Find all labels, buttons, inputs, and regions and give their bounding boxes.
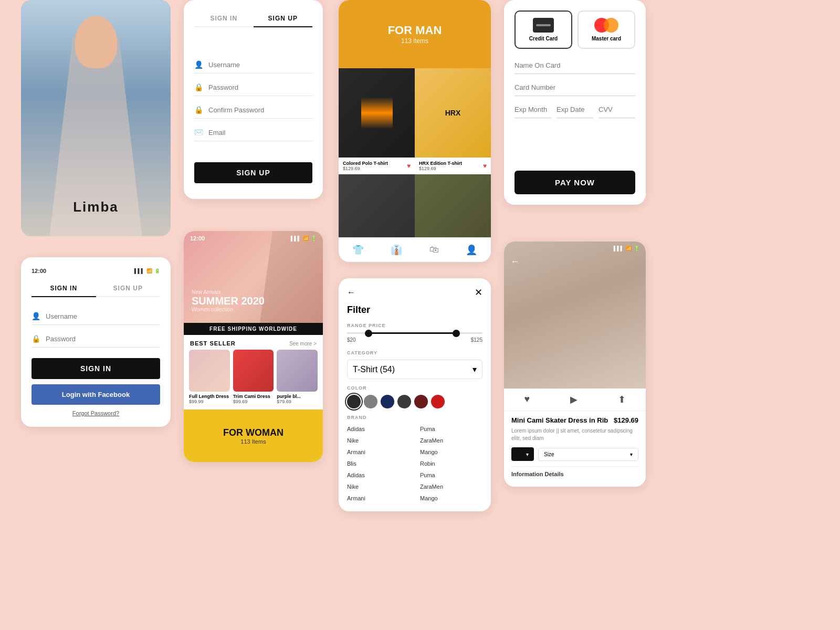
credit-card-option[interactable]: Credit Card <box>514 10 572 49</box>
info-details-label: Information Details <box>511 466 638 481</box>
brand-mango-2[interactable]: Mango <box>420 494 482 503</box>
tab-signup[interactable]: SIGN UP <box>96 280 161 296</box>
for-man-title: FOR MAN <box>388 24 442 37</box>
card-number-input[interactable] <box>514 79 635 96</box>
shirt-image-3 <box>339 174 415 237</box>
signup-password-input[interactable] <box>208 83 312 91</box>
color-dot-navy[interactable] <box>381 395 394 408</box>
size-selector-button[interactable]: Size ▾ <box>538 448 638 461</box>
nav-bag-icon[interactable]: 🛍 <box>429 244 439 256</box>
cvv-input[interactable] <box>598 101 635 118</box>
best-seller-title: BEST SELLER <box>190 340 236 346</box>
mastercard-option[interactable]: Master card <box>578 10 635 49</box>
signal-icon: ▌▌▌ <box>134 268 144 274</box>
nav-profile-icon[interactable]: 👤 <box>466 244 477 256</box>
min-price-label: $20 <box>347 337 356 343</box>
brand-mango-1[interactable]: Mango <box>420 447 482 457</box>
max-price-label: $125 <box>471 337 482 343</box>
color-selector-button[interactable]: ▾ <box>511 447 534 461</box>
brand-adidas-1[interactable]: Adidas <box>347 424 410 434</box>
brand-puma-2[interactable]: Puma <box>420 470 482 480</box>
product-action-row: ♥ ▶ ⬆ <box>504 388 646 411</box>
nav-tshirt-icon[interactable]: 👕 <box>352 244 364 256</box>
color-dot-gray[interactable] <box>364 395 377 408</box>
range-thumb-max[interactable] <box>453 330 460 337</box>
tab-signin-alt[interactable]: SIGN IN <box>194 10 254 26</box>
tab-signin[interactable]: SIGN IN <box>32 280 96 297</box>
shirt-info-2: HRX Edition T-shirt $129.69 ♥ <box>415 158 491 174</box>
brand-armani-2[interactable]: Armani <box>347 494 410 503</box>
color-dot-darkred[interactable] <box>414 395 428 408</box>
filter-close-button[interactable]: ✕ <box>475 287 482 298</box>
shirt-item-4[interactable] <box>415 174 491 237</box>
summer-status-icons: ▌▌▌ 📶 🔋 <box>291 236 317 241</box>
status-bar: 12:00 ▌▌▌ 📶 🔋 <box>32 268 160 274</box>
exp-month-input[interactable] <box>514 101 551 118</box>
see-more-link[interactable]: See more > <box>289 341 317 346</box>
brand-armani-1[interactable]: Armani <box>347 447 410 457</box>
for-woman-banner[interactable]: FOR WOMAN 113 Items <box>184 410 323 462</box>
battery-icon: 🔋 <box>154 268 160 274</box>
product-card-3[interactable]: purple bl... $79.69 <box>277 350 318 404</box>
brand-zaramen-2[interactable]: ZaraMen <box>420 482 482 491</box>
brand-robin[interactable]: Robin <box>420 459 482 468</box>
signup-panel: SIGN IN SIGN UP 👤 🔒 🔒 ✉️ SIGN UP <box>184 0 323 199</box>
summer-battery-icon: 🔋 <box>311 236 317 241</box>
nav-shirt-icon[interactable]: 👔 <box>391 244 402 256</box>
username-input[interactable] <box>46 312 160 320</box>
product-card-1[interactable]: Full Length Dress $99.99 <box>189 350 230 404</box>
color-dot-black[interactable] <box>347 395 361 408</box>
color-dot-red[interactable] <box>431 395 445 408</box>
category-dropdown[interactable]: T-Shirt (54) ▾ <box>347 360 482 379</box>
shirt-name-2: HRX Edition T-shirt <box>419 161 462 166</box>
play-icon[interactable]: ▶ <box>570 394 578 405</box>
formen-items-count: 113 items <box>401 37 428 45</box>
category-section: CATEGORY T-Shirt (54) ▾ <box>347 350 482 379</box>
product-image-1 <box>189 350 230 392</box>
brand-nike-1[interactable]: Nike <box>347 436 410 445</box>
signup-username-input[interactable] <box>208 61 312 69</box>
brand-nike-2[interactable]: Nike <box>347 482 410 491</box>
signup-password-field: 🔒 <box>194 79 312 96</box>
exp-date-input[interactable] <box>556 101 593 118</box>
shirt-image-1 <box>339 68 415 158</box>
shirt-price-2: $129.69 <box>419 166 462 171</box>
email-input[interactable] <box>208 129 312 136</box>
heart-icon-2[interactable]: ♥ <box>483 162 487 170</box>
brand-label: BRAND <box>347 415 482 420</box>
brand-puma-1[interactable]: Puma <box>420 424 482 434</box>
product-card-2[interactable]: Trim Cami Dress $99.69 <box>233 350 274 404</box>
bottom-nav: 👕 👔 🛍 👤 <box>339 237 491 262</box>
formen-panel: FOR MAN 113 items Colored Polo T-shirt $… <box>339 0 491 262</box>
brand-grid: Adidas Puma Nike ZaraMen Armani Mango Bl… <box>347 424 482 503</box>
forgot-password-link[interactable]: Forgot Password? <box>32 410 160 416</box>
shirt-item-3[interactable] <box>339 174 415 237</box>
filter-back-button[interactable]: ← <box>347 288 355 297</box>
range-thumb-min[interactable] <box>365 330 372 337</box>
signup-button[interactable]: SIGN UP <box>194 162 312 183</box>
share-icon[interactable]: ⬆ <box>618 394 626 405</box>
payment-panel: Credit Card Master card PAY NOW <box>504 0 646 205</box>
price-range-slider[interactable] <box>347 332 482 334</box>
color-dots-container <box>347 395 482 408</box>
pay-now-button[interactable]: PAY NOW <box>514 171 635 194</box>
brand-zaramen-1[interactable]: ZaraMen <box>420 436 482 445</box>
name-on-card-input[interactable] <box>514 57 635 74</box>
product-back-button[interactable]: ← <box>510 256 520 267</box>
tab-signup-active[interactable]: SIGN UP <box>254 10 313 27</box>
color-label: COLOR <box>347 385 482 391</box>
signin-button[interactable]: SIGN IN <box>32 358 160 379</box>
shirt-item-1[interactable]: Colored Polo T-shirt $129.69 ♥ <box>339 68 415 174</box>
shirt-image-4 <box>415 174 491 237</box>
brand-blis[interactable]: Blis <box>347 459 410 468</box>
heart-icon-1[interactable]: ♥ <box>407 162 411 170</box>
status-icons: ▌▌▌ 📶 🔋 <box>134 268 160 274</box>
password-input[interactable] <box>46 335 160 343</box>
brand-adidas-2[interactable]: Adidas <box>347 470 410 480</box>
shirt-item-2[interactable]: HRX HRX Edition T-shirt $129.69 ♥ <box>415 68 491 174</box>
color-dot-darkgray[interactable] <box>397 395 411 408</box>
facebook-login-button[interactable]: Login with Facebook <box>32 384 160 405</box>
favorite-icon[interactable]: ♥ <box>524 394 530 405</box>
product-name-price: Mini Cami Skater Dress in Rib $129.69 <box>511 416 638 424</box>
confirm-password-input[interactable] <box>208 106 312 114</box>
